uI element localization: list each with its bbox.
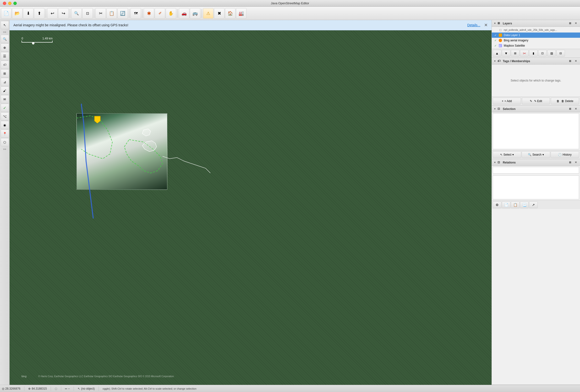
relations-content [493, 175, 579, 199]
edit-tag-button[interactable]: ✎ ✎ Edit [522, 98, 550, 105]
layer-check-1[interactable] [494, 28, 497, 31]
draw-mode-button[interactable]: ✐ [155, 8, 165, 19]
layer-more-button[interactable]: ⊟ [556, 50, 565, 57]
alert-link[interactable]: Details... [467, 23, 480, 27]
layers-close-button[interactable]: ✕ [573, 21, 578, 26]
minimize-button[interactable] [8, 2, 11, 5]
latitude-value: 84.3188315 [31, 387, 47, 390]
pin-tool[interactable]: 📍 [1, 130, 9, 138]
main-area: ↖ >> 🔍 ⊕ ☰ 🏷 ⊞ ⊿ 🖌 ✉ ✓ ⌥ ◉ 📍 ⬡ >> [0, 20, 580, 385]
select-button[interactable]: ↖ Select ▾ [493, 151, 521, 158]
tags-close-button[interactable]: ✕ [573, 59, 578, 64]
toolbar-sep-1 [46, 9, 46, 18]
cursor-tool[interactable]: ↖ [1, 21, 9, 29]
layer-merge-button[interactable]: ⊞ [511, 50, 520, 57]
zoom-tool[interactable]: 🔍 [1, 35, 9, 43]
funnel-tool[interactable]: ⌥ [1, 112, 9, 121]
new-button[interactable]: 📄 [1, 8, 11, 19]
search-icon: 🔍 [528, 153, 532, 156]
layer-item-selected[interactable]: ✓ Data Layer 1 [492, 32, 580, 38]
palette-tool[interactable]: ◉ [1, 121, 9, 129]
tags-toolbar: + + Add ✎ ✎ Edit 🗑 🗑 Delete [492, 97, 580, 105]
download-button[interactable]: ⬇ [23, 8, 33, 19]
tag-tool[interactable]: 🏷 [1, 61, 9, 69]
paste-button[interactable]: 📋 [106, 8, 117, 19]
upload-button[interactable]: ⬆ [34, 8, 44, 19]
layer-check-2[interactable]: ✓ [494, 33, 497, 37]
node-tool[interactable]: ⊕ [1, 43, 9, 52]
layer-duplicate-button[interactable]: ✂ [520, 50, 529, 57]
list-tool[interactable]: ☰ [1, 52, 9, 60]
tools-button[interactable]: ✖ [214, 8, 225, 19]
expand-left-1[interactable]: >> [1, 30, 9, 34]
paint-tool[interactable]: 🖌 [1, 87, 9, 95]
delete-tag-button[interactable]: 🗑 🗑 Delete [551, 98, 579, 105]
layer-item-4[interactable]: ✓ M Mapbox Satellite [492, 43, 580, 48]
car-button[interactable]: 🚗 [179, 8, 189, 19]
add-tag-button[interactable]: + + Add [493, 98, 521, 105]
relations-collapse[interactable]: ▼ [494, 161, 496, 164]
maximize-button[interactable] [13, 2, 17, 5]
building-button[interactable]: 🏠 [225, 8, 236, 19]
toolbar-sep-7 [202, 9, 202, 18]
layer-name-4: Mapbox Satellite [504, 44, 578, 47]
tags-detach-button[interactable]: ⊠ [568, 59, 572, 64]
mail-tool[interactable]: ✉ [1, 95, 9, 103]
alert-close-button[interactable]: ✕ [484, 22, 488, 28]
filter-tool[interactable]: ⊿ [1, 78, 9, 86]
search-dropdown-arrow[interactable]: ▾ [543, 153, 544, 156]
rel-new-button[interactable]: ⚙ [493, 202, 501, 208]
bus-button[interactable]: 🚌 [190, 8, 200, 19]
layer-item-3[interactable]: ✓ Bing aerial imagery [492, 38, 580, 43]
rel-add-button[interactable]: 📃 [520, 202, 529, 208]
zoom-in-button[interactable]: 🔍 [71, 8, 82, 19]
redo-button[interactable]: ↪ [58, 8, 69, 19]
open-button[interactable]: 📂 [12, 8, 22, 19]
rel-select-button[interactable]: ↗ [529, 202, 538, 208]
selection-tool[interactable]: ⊞ [1, 69, 9, 77]
check-tool[interactable]: ✓ [1, 104, 9, 112]
layers-detach-button[interactable]: ⊠ [568, 21, 572, 26]
zoom-rect-button[interactable]: ⊡ [82, 8, 93, 19]
layer-item[interactable]: ◻ npl_polbnda_adm4_vdc_25k_50k_sdn_wgs..… [492, 27, 580, 32]
select-mode-button[interactable]: ✱ [144, 8, 154, 19]
selection-close-button[interactable]: ✕ [573, 107, 578, 111]
layers-collapse[interactable]: ▼ [494, 22, 496, 25]
undo-button[interactable]: ↩ [47, 8, 58, 19]
factory-button[interactable]: 🏭 [236, 8, 247, 19]
warning-button[interactable]: ⚠ [203, 8, 213, 19]
layer-check-3[interactable]: ✓ [494, 39, 497, 42]
rel-paste-button[interactable]: 📋 [511, 202, 520, 208]
selection-title: Selection [503, 107, 515, 111]
alert-banner: Aerial imagery might be misaligned. Plea… [9, 20, 492, 30]
plus-icon: + [502, 99, 503, 103]
layer-down-button[interactable]: ▼ [502, 50, 510, 57]
move-mode-button[interactable]: ✋ [166, 8, 176, 19]
relations-search-input[interactable] [493, 167, 579, 173]
close-button[interactable] [3, 2, 6, 5]
relations-close-button[interactable]: ✕ [573, 160, 578, 165]
select-dropdown-arrow[interactable]: ▾ [512, 153, 514, 156]
refresh-button[interactable]: 🔄 [117, 8, 128, 19]
layer-settings-button[interactable]: ⊡ [538, 50, 547, 57]
layer-delete-button[interactable]: ▮ [529, 50, 538, 57]
search-button[interactable]: 🔍 Search ▾ [522, 151, 550, 158]
rel-copy-button[interactable]: 📄 [502, 202, 510, 208]
selection-detach-button[interactable]: ⊠ [568, 107, 572, 111]
selection-collapse[interactable]: ▼ [494, 108, 496, 110]
cut-button[interactable]: ✂ [95, 8, 106, 19]
relations-toolbar: ⚙ 📄 📋 📃 ↗ [492, 200, 580, 209]
relations-icon: ⊡ [498, 161, 501, 164]
layer-color-button[interactable]: ▨ [547, 50, 556, 57]
history-icon: 🕐 [558, 153, 562, 156]
layer-check-4[interactable]: ✓ [494, 44, 497, 47]
relations-detach-button[interactable]: ⊠ [568, 160, 572, 165]
layer-up-button[interactable]: ▲ [493, 50, 501, 57]
expand-left-2[interactable]: >> [1, 147, 9, 151]
map-tool[interactable]: ⬡ [1, 138, 9, 146]
map-copyright: © Harris Corp, Earthstar Geographics LLC… [38, 375, 174, 378]
tags-collapse[interactable]: ▼ [494, 60, 496, 62]
history-button[interactable]: 🕐 History [551, 151, 579, 158]
map-area[interactable]: Aerial imagery might be misaligned. Plea… [9, 20, 492, 385]
wireframe-button[interactable]: 🗺 [131, 8, 141, 19]
